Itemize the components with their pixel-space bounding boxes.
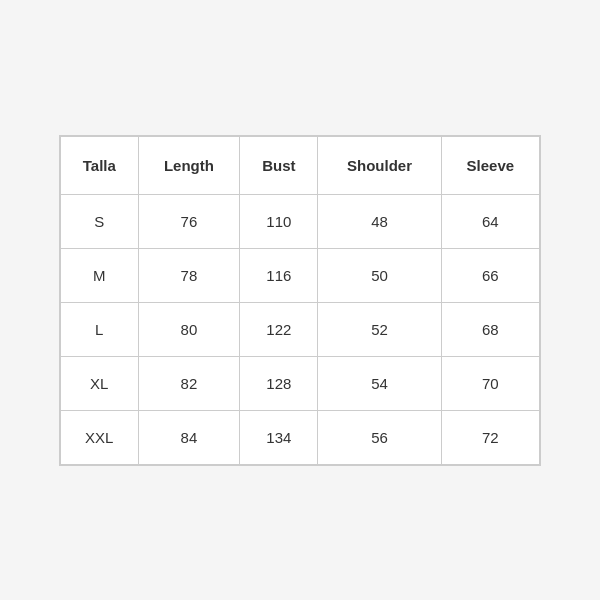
cell-r3-c1: 82 [138,356,240,410]
table-row: XL821285470 [61,356,540,410]
cell-r4-c3: 56 [318,410,441,464]
size-chart-table: Talla Length Bust Shoulder Sleeve S76110… [60,136,540,465]
col-header-sleeve: Sleeve [441,136,539,194]
cell-r2-c2: 122 [240,302,318,356]
col-header-bust: Bust [240,136,318,194]
cell-r4-c0: XXL [61,410,139,464]
cell-r1-c1: 78 [138,248,240,302]
size-chart-container: Talla Length Bust Shoulder Sleeve S76110… [59,135,541,466]
cell-r2-c1: 80 [138,302,240,356]
col-header-talla: Talla [61,136,139,194]
cell-r0-c2: 110 [240,194,318,248]
cell-r0-c0: S [61,194,139,248]
cell-r2-c0: L [61,302,139,356]
table-row: XXL841345672 [61,410,540,464]
cell-r3-c0: XL [61,356,139,410]
cell-r1-c3: 50 [318,248,441,302]
table-row: M781165066 [61,248,540,302]
cell-r0-c3: 48 [318,194,441,248]
cell-r4-c1: 84 [138,410,240,464]
cell-r4-c2: 134 [240,410,318,464]
cell-r2-c3: 52 [318,302,441,356]
cell-r3-c3: 54 [318,356,441,410]
cell-r3-c2: 128 [240,356,318,410]
col-header-length: Length [138,136,240,194]
cell-r4-c4: 72 [441,410,539,464]
cell-r2-c4: 68 [441,302,539,356]
table-header-row: Talla Length Bust Shoulder Sleeve [61,136,540,194]
cell-r0-c4: 64 [441,194,539,248]
table-row: L801225268 [61,302,540,356]
table-row: S761104864 [61,194,540,248]
cell-r1-c2: 116 [240,248,318,302]
cell-r0-c1: 76 [138,194,240,248]
col-header-shoulder: Shoulder [318,136,441,194]
cell-r1-c4: 66 [441,248,539,302]
cell-r3-c4: 70 [441,356,539,410]
cell-r1-c0: M [61,248,139,302]
